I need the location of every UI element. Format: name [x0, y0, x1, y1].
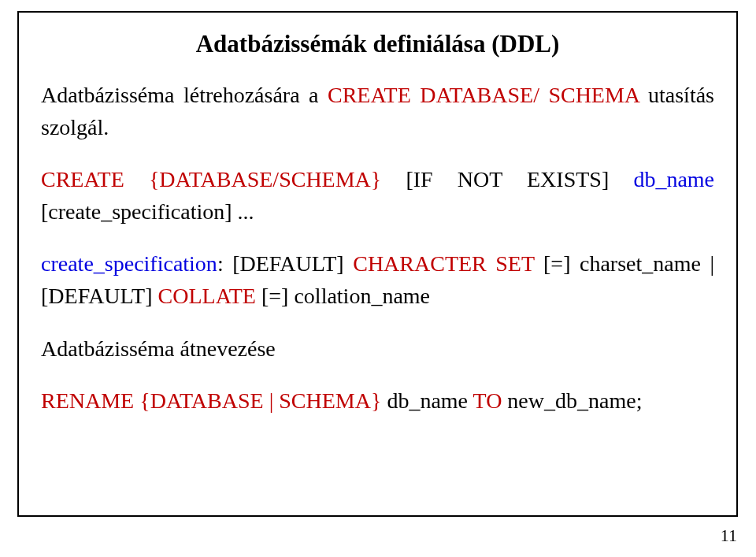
syntax-spec: create_specification: [DEFAULT] CHARACTE…	[41, 248, 714, 312]
spec-b: : [DEFAULT]	[217, 251, 353, 276]
rename-b: db_name	[381, 388, 472, 413]
rename-heading: Adatbázisséma átnevezése	[41, 333, 714, 366]
kw-collate: COLLATE	[158, 284, 256, 308]
kw-create: CREATE {DATABASE/SCHEMA}	[41, 167, 381, 191]
intro-text-a: Adatbázisséma létrehozására a	[41, 83, 328, 107]
syntax-rename: RENAME {DATABASE | SCHEMA} db_name TO ne…	[41, 385, 714, 418]
kw-rename: RENAME {DATABASE | SCHEMA}	[41, 388, 381, 413]
syntax-create: CREATE {DATABASE/SCHEMA} [IF NOT EXISTS]…	[41, 164, 714, 228]
spec-blue: create_specification	[41, 251, 217, 276]
kw-to: TO	[473, 388, 502, 413]
syntax-create-d: [create_specification] ...	[41, 199, 254, 224]
page-number: 11	[721, 525, 737, 546]
syntax-create-b: [IF NOT EXISTS]	[381, 167, 633, 191]
kw-charset: CHARACTER SET	[353, 251, 534, 276]
rename-d: new_db_name;	[502, 388, 642, 413]
dbname-blue: db_name	[633, 167, 714, 191]
slide-frame: Adatbázissémák definiálása (DDL) Adatbáz…	[17, 11, 738, 517]
intro-paragraph: Adatbázisséma létrehozására a CREATE DAT…	[41, 80, 714, 143]
slide-title: Adatbázissémák definiálása (DDL)	[41, 27, 714, 62]
spec-f: [=] collation_name	[256, 284, 430, 308]
keyword-create-database: CREATE DATABASE/ SCHEMA	[328, 83, 639, 107]
